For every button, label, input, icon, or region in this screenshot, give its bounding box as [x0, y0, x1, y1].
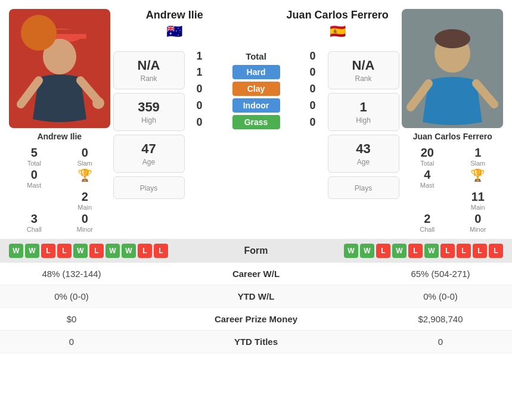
p2-age-panel: 43 Age	[328, 135, 399, 173]
indoor-btn[interactable]: Indoor	[232, 98, 280, 113]
form-badge-p2: L	[489, 244, 503, 258]
p1-age-panel: 47 Age	[113, 135, 185, 173]
form-badge-p1: L	[41, 244, 55, 258]
p2-plays-panel: Plays	[328, 176, 399, 199]
score-hard-p2: 0	[304, 66, 322, 79]
form-badge-p1: W	[105, 244, 120, 258]
p2-plays-label: Plays	[355, 184, 372, 192]
match-layout: N/A Rank 359 High 47 Age Plays	[113, 44, 399, 199]
stats-rows: 48% (132-144)Career W/L65% (504-271)0% (…	[0, 263, 512, 353]
form-badge-p2: W	[360, 244, 374, 258]
match-row-grass: 0 Grass 0	[191, 115, 322, 129]
player2-form-badges: WWLWLWLLLL	[344, 244, 503, 258]
p1-slam-cell: 0 Slam	[63, 146, 107, 167]
total-label: Total	[232, 51, 280, 61]
player2-info-panels: N/A Rank 1 High 43 Age Plays	[328, 51, 399, 199]
player1-svg	[9, 9, 110, 128]
svg-point-4	[43, 39, 76, 74]
p1-minor-cell: 0 Minor	[63, 212, 107, 233]
stats-row-3: 0YTD Titles0	[0, 331, 512, 353]
grass-btn[interactable]: Grass	[232, 115, 280, 129]
p2-high-label: High	[356, 116, 371, 125]
score-total-p2: 0	[304, 50, 322, 63]
player2-photo-bg	[402, 9, 503, 128]
p2-trophy-cell: 🏆	[455, 168, 500, 189]
hard-btn[interactable]: Hard	[232, 65, 280, 79]
match-row-indoor: 0 Indoor 0	[191, 98, 322, 113]
player2-header-name: Juan Carlos Ferrero	[287, 9, 389, 21]
form-badge-p2: L	[376, 244, 390, 258]
p2-age-value: 43	[356, 141, 370, 157]
p2-minor-cell: 0 Minor	[455, 212, 500, 233]
p1-trophy-icon: 🏆	[77, 168, 92, 182]
form-badge-p1: L	[154, 244, 168, 258]
match-scores: 1 Total 0 1 Hard 0 0 Cla	[191, 44, 322, 129]
p2-rank-panel: N/A Rank	[328, 51, 399, 89]
p1-rank-panel: N/A Rank	[113, 51, 185, 89]
p1-plays-panel: Plays	[113, 176, 185, 199]
form-badge-p2: L	[440, 244, 455, 258]
p2-mast-label: Mast	[420, 182, 435, 189]
form-badge-p2: W	[344, 244, 358, 258]
player2-stats-grid: 20 Total 1 Slam 4 Mast 🏆 11 Main	[405, 146, 500, 233]
score-grass-p2: 0	[304, 116, 322, 129]
p1-trophy-cell: 🏆	[63, 168, 107, 189]
p2-total-cell: 20 Total	[405, 146, 449, 167]
p1-rank-label: Rank	[140, 74, 157, 83]
p1-chall-label: Chall	[27, 226, 42, 233]
match-rows: 1 Total 0 1 Hard 0 0 Cla	[191, 50, 322, 129]
match-row-total: 1 Total 0	[191, 50, 322, 63]
main-container: Andrew Ilie 5 Total 0 Slam 0 Mast 🏆	[0, 0, 512, 420]
p2-mast-cell: 4 Mast	[405, 168, 449, 189]
form-badge-p1: L	[57, 244, 72, 258]
player2-flag: 🇪🇸	[330, 24, 346, 39]
p2-total-value: 20	[421, 146, 434, 160]
score-grass-p1: 0	[191, 116, 209, 129]
stats-p2-value-0: 65% (504-271)	[381, 269, 500, 279]
p1-total-cell: 5 Total	[12, 146, 57, 167]
p1-chall-value: 3	[31, 212, 38, 226]
p2-chall-label: Chall	[420, 226, 435, 233]
stats-row-1: 0% (0-0)YTD W/L0% (0-0)	[0, 285, 512, 308]
p1-minor-label: Minor	[76, 226, 93, 233]
p1-high-label: High	[141, 116, 156, 125]
clay-btn[interactable]: Clay	[232, 82, 280, 96]
p1-main-cell: 2 Main	[63, 190, 107, 211]
p1-mast-value: 0	[31, 168, 38, 182]
p2-high-panel: 1 High	[328, 93, 399, 131]
score-clay-p1: 0	[191, 83, 209, 95]
player1-area: Andrew Ilie 5 Total 0 Slam 0 Mast 🏆	[6, 9, 113, 233]
form-badge-p2: L	[473, 244, 487, 258]
p2-high-value: 1	[359, 99, 367, 115]
p1-rank-value: N/A	[138, 58, 160, 73]
form-badge-p2: L	[408, 244, 423, 258]
svg-rect-3	[33, 34, 86, 39]
stats-row-2: $0Career Prize Money$2,908,740	[0, 308, 512, 331]
p2-main-label: Main	[471, 204, 485, 211]
p1-high-value: 359	[138, 99, 160, 115]
form-badge-p1: W	[9, 244, 23, 258]
p2-minor-label: Minor	[470, 226, 486, 233]
p1-main-label: Main	[77, 204, 92, 211]
p2-rank-value: N/A	[352, 58, 375, 73]
form-badge-p2: L	[457, 244, 471, 258]
player1-header: Andrew Ilie 🇦🇺	[115, 9, 234, 39]
player2-header: Juan Carlos Ferrero 🇪🇸	[278, 9, 397, 39]
form-badge-p1: W	[122, 244, 136, 258]
p1-main-value: 2	[82, 190, 88, 204]
p2-main-cell: 11 Main	[455, 190, 500, 211]
p1-age-label: Age	[142, 158, 155, 166]
p1-minor-value: 0	[82, 212, 88, 226]
p2-total-label: Total	[420, 160, 434, 167]
form-badge-p1: L	[138, 244, 152, 258]
p2-age-label: Age	[357, 158, 370, 166]
score-total-p1: 1	[191, 50, 209, 63]
player2-area: Juan Carlos Ferrero 20 Total 1 Slam 4 Ma…	[399, 9, 507, 233]
p1-mast-cell: 0 Mast	[12, 168, 57, 189]
p1-age-value: 47	[141, 141, 156, 157]
match-row-hard: 1 Hard 0	[191, 65, 322, 79]
stats-p2-value-2: $2,908,740	[381, 314, 500, 324]
player1-name-under: Andrew Ilie	[37, 132, 82, 141]
stats-p1-value-2: $0	[12, 314, 131, 324]
p2-chall-cell: 2 Chall	[405, 212, 449, 233]
